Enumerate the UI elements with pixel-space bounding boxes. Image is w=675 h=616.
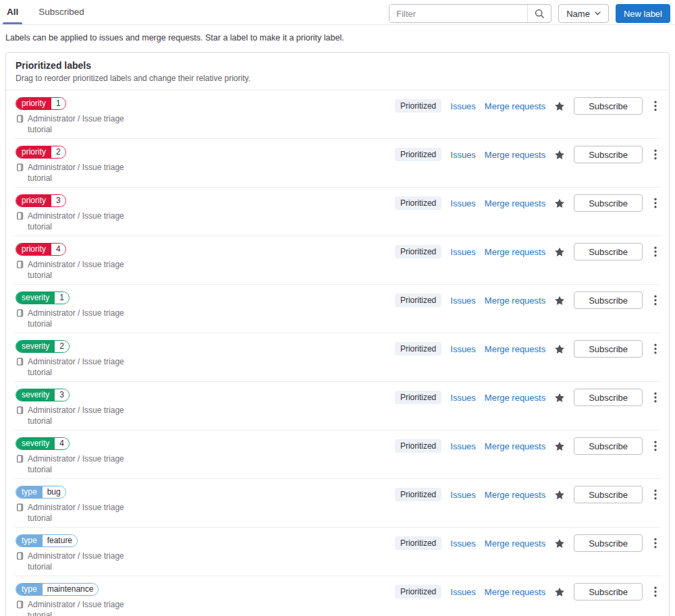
label-project-link[interactable]: Administrator / Issue triage tutorial <box>16 211 142 232</box>
more-actions-button[interactable] <box>651 293 659 307</box>
tab-subscribed[interactable]: Subscribed <box>37 0 86 24</box>
unprioritize-star-button[interactable] <box>554 198 565 208</box>
label-row-left: priority 3 Administrator / Issue triage … <box>16 194 142 232</box>
more-actions-button[interactable] <box>651 585 659 598</box>
issues-link[interactable]: Issues <box>450 538 476 549</box>
label-badge[interactable]: priority 4 <box>16 243 66 256</box>
unprioritize-star-button[interactable] <box>554 538 565 549</box>
label-badge[interactable]: severity 4 <box>16 437 70 450</box>
prioritized-labels-card: Prioritized labels Drag to reorder prior… <box>5 52 670 616</box>
more-actions-button[interactable] <box>651 148 659 161</box>
label-project-link[interactable]: Administrator / Issue triage tutorial <box>16 259 142 281</box>
search-button[interactable] <box>527 5 551 22</box>
project-icon <box>16 551 24 561</box>
subscribe-button[interactable]: Subscribe <box>574 534 643 552</box>
label-project-link[interactable]: Administrator / Issue triage tutorial <box>16 113 142 135</box>
merge-requests-link[interactable]: Merge requests <box>485 587 545 597</box>
more-actions-button[interactable] <box>651 245 659 258</box>
merge-requests-link[interactable]: Merge requests <box>485 247 545 257</box>
merge-requests-link[interactable]: Merge requests <box>485 198 545 208</box>
more-actions-button[interactable] <box>651 342 659 356</box>
merge-requests-link[interactable]: Merge requests <box>485 150 545 160</box>
project-icon <box>16 308 24 318</box>
more-actions-button[interactable] <box>651 196 659 210</box>
label-badge[interactable]: severity 1 <box>16 291 70 304</box>
filter-group <box>389 4 551 23</box>
subscribe-button[interactable]: Subscribe <box>574 194 643 212</box>
more-actions-button[interactable] <box>651 391 659 404</box>
subscribe-button[interactable]: Subscribe <box>574 486 643 503</box>
label-project-link[interactable]: Administrator / Issue triage tutorial <box>16 405 142 426</box>
label-badge[interactable]: type feature <box>16 534 78 547</box>
issues-link[interactable]: Issues <box>450 490 476 500</box>
merge-requests-link[interactable]: Merge requests <box>485 490 545 500</box>
unprioritize-star-button[interactable] <box>554 247 565 257</box>
issues-link[interactable]: Issues <box>450 150 476 160</box>
subscribe-button[interactable]: Subscribe <box>574 583 643 600</box>
more-actions-button[interactable] <box>651 439 659 453</box>
label-project-link[interactable]: Administrator / Issue triage tutorial <box>16 308 142 329</box>
subscribe-button[interactable]: Subscribe <box>574 97 643 115</box>
unprioritize-star-button[interactable] <box>554 393 565 403</box>
merge-requests-link[interactable]: Merge requests <box>485 538 545 549</box>
issues-link[interactable]: Issues <box>450 393 476 403</box>
issues-link[interactable]: Issues <box>450 198 476 208</box>
unprioritize-star-button[interactable] <box>554 296 565 306</box>
unprioritize-star-button[interactable] <box>554 587 565 597</box>
subscribe-button[interactable]: Subscribe <box>574 437 643 455</box>
unprioritize-star-button[interactable] <box>554 344 565 354</box>
label-badge[interactable]: type bug <box>16 486 66 499</box>
filter-input[interactable] <box>389 5 527 22</box>
project-icon <box>16 259 24 269</box>
star-filled-icon <box>554 150 565 160</box>
label-badge[interactable]: priority 2 <box>16 146 66 159</box>
label-badge[interactable]: severity 3 <box>16 389 70 401</box>
new-label-button[interactable]: New label <box>616 4 670 23</box>
label-row-actions: Prioritized Issues Merge requests Subscr… <box>395 96 659 115</box>
subscribe-button[interactable]: Subscribe <box>574 389 643 406</box>
label-row-actions: Prioritized Issues Merge requests Subscr… <box>395 582 659 601</box>
merge-requests-link[interactable]: Merge requests <box>485 296 545 306</box>
merge-requests-link[interactable]: Merge requests <box>485 101 545 111</box>
label-scope: priority <box>16 244 51 255</box>
project-icon <box>16 453 24 464</box>
issues-link[interactable]: Issues <box>450 587 476 597</box>
more-actions-button[interactable] <box>651 536 659 550</box>
merge-requests-link[interactable]: Merge requests <box>485 393 545 403</box>
subscribe-button[interactable]: Subscribe <box>574 340 643 358</box>
subscribe-button[interactable]: Subscribe <box>574 146 643 163</box>
label-project-link[interactable]: Administrator / Issue triage tutorial <box>16 453 142 475</box>
merge-requests-link[interactable]: Merge requests <box>485 344 545 354</box>
issues-link[interactable]: Issues <box>450 296 476 306</box>
label-project-link[interactable]: Administrator / Issue triage tutorial <box>16 551 142 572</box>
unprioritize-star-button[interactable] <box>554 101 565 111</box>
label-badge[interactable]: type maintenance <box>16 583 99 596</box>
label-row-actions: Prioritized Issues Merge requests Subscr… <box>395 145 659 164</box>
issues-link[interactable]: Issues <box>450 101 476 111</box>
more-actions-button[interactable] <box>651 488 659 501</box>
unprioritize-star-button[interactable] <box>554 441 565 451</box>
label-project-link[interactable]: Administrator / Issue triage tutorial <box>16 356 142 378</box>
label-project-link[interactable]: Administrator / Issue triage tutorial <box>16 162 142 184</box>
card-title: Prioritized labels <box>16 60 659 71</box>
issues-link[interactable]: Issues <box>450 344 476 354</box>
unprioritize-star-button[interactable] <box>554 490 565 500</box>
issues-link[interactable]: Issues <box>450 247 476 257</box>
label-badge[interactable]: severity 2 <box>16 340 70 353</box>
project-icon <box>16 162 24 172</box>
prioritized-badge: Prioritized <box>395 196 441 210</box>
label-project-link[interactable]: Administrator / Issue triage tutorial <box>16 599 142 616</box>
tab-all[interactable]: All <box>5 0 20 24</box>
unprioritize-star-button[interactable] <box>554 150 565 160</box>
subscribe-button[interactable]: Subscribe <box>574 291 643 309</box>
more-actions-button[interactable] <box>651 99 659 113</box>
label-project-link[interactable]: Administrator / Issue triage tutorial <box>16 502 142 524</box>
label-badge[interactable]: priority 1 <box>16 97 66 110</box>
sort-dropdown[interactable]: Name <box>558 4 609 23</box>
label-badge[interactable]: priority 3 <box>16 194 66 207</box>
subscribe-button[interactable]: Subscribe <box>574 243 643 260</box>
issues-link[interactable]: Issues <box>450 441 476 451</box>
merge-requests-link[interactable]: Merge requests <box>485 441 545 451</box>
project-icon <box>16 113 24 123</box>
label-row-left: priority 4 Administrator / Issue triage … <box>16 242 142 281</box>
